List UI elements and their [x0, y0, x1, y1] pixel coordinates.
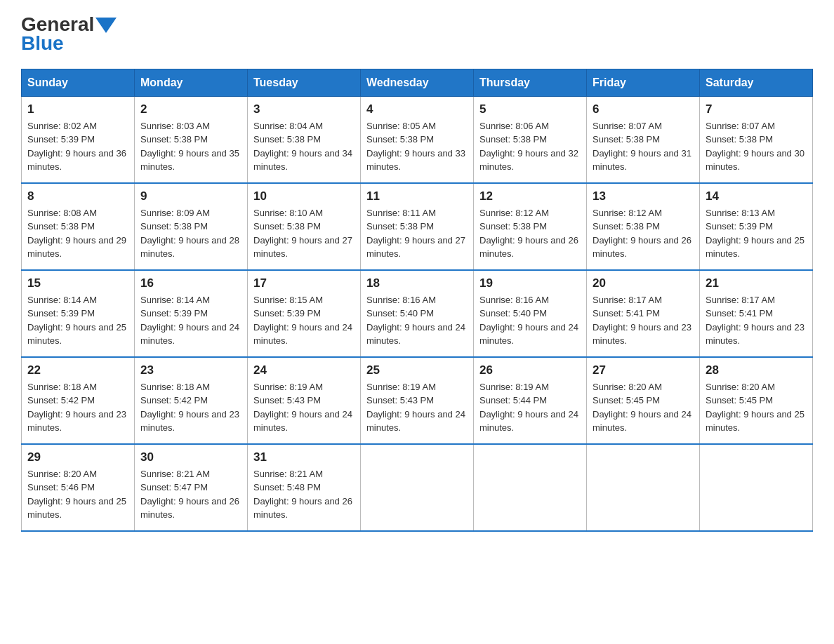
day-number: 21 [706, 276, 807, 290]
day-info: Sunrise: 8:09 AM Sunset: 5:38 PM Dayligh… [140, 206, 241, 261]
calendar-week-row: 8 Sunrise: 8:08 AM Sunset: 5:38 PM Dayli… [22, 183, 813, 270]
day-of-week-header: Thursday [474, 69, 587, 96]
day-info: Sunrise: 8:17 AM Sunset: 5:41 PM Dayligh… [706, 293, 807, 348]
day-number: 2 [140, 102, 241, 116]
calendar-day-cell: 14 Sunrise: 8:13 AM Sunset: 5:39 PM Dayl… [700, 183, 813, 270]
day-number: 18 [366, 276, 468, 290]
day-number: 27 [593, 363, 694, 377]
logo-text-block: General Blue [21, 14, 117, 55]
calendar-day-cell: 22 Sunrise: 8:18 AM Sunset: 5:42 PM Dayl… [22, 357, 135, 444]
day-number: 12 [479, 189, 581, 203]
calendar-day-cell: 15 Sunrise: 8:14 AM Sunset: 5:39 PM Dayl… [22, 270, 135, 357]
day-info: Sunrise: 8:20 AM Sunset: 5:45 PM Dayligh… [706, 380, 807, 435]
day-info: Sunrise: 8:20 AM Sunset: 5:46 PM Dayligh… [27, 467, 128, 522]
calendar-day-cell: 8 Sunrise: 8:08 AM Sunset: 5:38 PM Dayli… [22, 183, 135, 270]
day-info: Sunrise: 8:13 AM Sunset: 5:39 PM Dayligh… [706, 206, 807, 261]
day-info: Sunrise: 8:08 AM Sunset: 5:38 PM Dayligh… [27, 206, 128, 261]
day-info: Sunrise: 8:16 AM Sunset: 5:40 PM Dayligh… [479, 293, 581, 348]
day-number: 6 [593, 102, 694, 116]
calendar-day-cell: 11 Sunrise: 8:11 AM Sunset: 5:38 PM Dayl… [361, 183, 474, 270]
day-info: Sunrise: 8:11 AM Sunset: 5:38 PM Dayligh… [366, 206, 468, 261]
calendar-day-cell: 16 Sunrise: 8:14 AM Sunset: 5:39 PM Dayl… [135, 270, 248, 357]
calendar-day-cell: 21 Sunrise: 8:17 AM Sunset: 5:41 PM Dayl… [700, 270, 813, 357]
calendar-day-cell: 5 Sunrise: 8:06 AM Sunset: 5:38 PM Dayli… [474, 96, 587, 183]
calendar-day-cell: 28 Sunrise: 8:20 AM Sunset: 5:45 PM Dayl… [700, 357, 813, 444]
day-info: Sunrise: 8:10 AM Sunset: 5:38 PM Dayligh… [253, 206, 355, 261]
day-of-week-header: Saturday [700, 69, 813, 96]
day-info: Sunrise: 8:07 AM Sunset: 5:38 PM Dayligh… [706, 119, 807, 174]
calendar-body: 1 Sunrise: 8:02 AM Sunset: 5:39 PM Dayli… [22, 96, 813, 531]
calendar-day-cell: 7 Sunrise: 8:07 AM Sunset: 5:38 PM Dayli… [700, 96, 813, 183]
calendar-day-cell: 4 Sunrise: 8:05 AM Sunset: 5:38 PM Dayli… [361, 96, 474, 183]
calendar-day-cell: 19 Sunrise: 8:16 AM Sunset: 5:40 PM Dayl… [474, 270, 587, 357]
day-number: 1 [27, 102, 128, 116]
calendar-day-cell [474, 444, 587, 531]
logo-blue-text: Blue [21, 33, 117, 55]
day-number: 24 [253, 363, 355, 377]
day-info: Sunrise: 8:02 AM Sunset: 5:39 PM Dayligh… [27, 119, 128, 174]
day-number: 15 [27, 276, 128, 290]
day-info: Sunrise: 8:19 AM Sunset: 5:43 PM Dayligh… [366, 380, 468, 435]
day-info: Sunrise: 8:15 AM Sunset: 5:39 PM Dayligh… [253, 293, 355, 348]
day-info: Sunrise: 8:07 AM Sunset: 5:38 PM Dayligh… [593, 119, 694, 174]
calendar-day-cell: 29 Sunrise: 8:20 AM Sunset: 5:46 PM Dayl… [22, 444, 135, 531]
calendar-day-cell: 6 Sunrise: 8:07 AM Sunset: 5:38 PM Dayli… [587, 96, 700, 183]
calendar-week-row: 15 Sunrise: 8:14 AM Sunset: 5:39 PM Dayl… [22, 270, 813, 357]
calendar-week-row: 29 Sunrise: 8:20 AM Sunset: 5:46 PM Dayl… [22, 444, 813, 531]
day-info: Sunrise: 8:03 AM Sunset: 5:38 PM Dayligh… [140, 119, 241, 174]
calendar-day-cell [361, 444, 474, 531]
calendar-week-row: 22 Sunrise: 8:18 AM Sunset: 5:42 PM Dayl… [22, 357, 813, 444]
day-number: 23 [140, 363, 241, 377]
day-info: Sunrise: 8:05 AM Sunset: 5:38 PM Dayligh… [366, 119, 468, 174]
day-info: Sunrise: 8:04 AM Sunset: 5:38 PM Dayligh… [253, 119, 355, 174]
day-number: 5 [479, 102, 581, 116]
day-number: 10 [253, 189, 355, 203]
day-info: Sunrise: 8:19 AM Sunset: 5:44 PM Dayligh… [479, 380, 581, 435]
day-info: Sunrise: 8:17 AM Sunset: 5:41 PM Dayligh… [593, 293, 694, 348]
calendar-day-cell: 17 Sunrise: 8:15 AM Sunset: 5:39 PM Dayl… [248, 270, 361, 357]
day-of-week-header: Sunday [22, 69, 135, 96]
day-number: 31 [253, 450, 355, 464]
day-info: Sunrise: 8:16 AM Sunset: 5:40 PM Dayligh… [366, 293, 468, 348]
calendar-day-cell: 20 Sunrise: 8:17 AM Sunset: 5:41 PM Dayl… [587, 270, 700, 357]
calendar-day-cell: 27 Sunrise: 8:20 AM Sunset: 5:45 PM Dayl… [587, 357, 700, 444]
day-number: 22 [27, 363, 128, 377]
day-info: Sunrise: 8:19 AM Sunset: 5:43 PM Dayligh… [253, 380, 355, 435]
calendar-day-cell: 9 Sunrise: 8:09 AM Sunset: 5:38 PM Dayli… [135, 183, 248, 270]
calendar-day-cell: 30 Sunrise: 8:21 AM Sunset: 5:47 PM Dayl… [135, 444, 248, 531]
day-info: Sunrise: 8:14 AM Sunset: 5:39 PM Dayligh… [140, 293, 241, 348]
calendar-day-cell: 1 Sunrise: 8:02 AM Sunset: 5:39 PM Dayli… [22, 96, 135, 183]
logo: General Blue [21, 14, 117, 55]
day-info: Sunrise: 8:12 AM Sunset: 5:38 PM Dayligh… [593, 206, 694, 261]
day-number: 9 [140, 189, 241, 203]
calendar-header-row: SundayMondayTuesdayWednesdayThursdayFrid… [22, 69, 813, 96]
day-number: 7 [706, 102, 807, 116]
day-number: 28 [706, 363, 807, 377]
day-info: Sunrise: 8:14 AM Sunset: 5:39 PM Dayligh… [27, 293, 128, 348]
day-number: 26 [479, 363, 581, 377]
svg-marker-0 [95, 18, 117, 33]
calendar-day-cell: 10 Sunrise: 8:10 AM Sunset: 5:38 PM Dayl… [248, 183, 361, 270]
page-header: General Blue [21, 14, 813, 55]
day-of-week-header: Friday [587, 69, 700, 96]
day-number: 11 [366, 189, 468, 203]
calendar-day-cell: 31 Sunrise: 8:21 AM Sunset: 5:48 PM Dayl… [248, 444, 361, 531]
day-number: 19 [479, 276, 581, 290]
day-number: 17 [253, 276, 355, 290]
calendar-day-cell: 26 Sunrise: 8:19 AM Sunset: 5:44 PM Dayl… [474, 357, 587, 444]
day-of-week-header: Wednesday [361, 69, 474, 96]
day-number: 16 [140, 276, 241, 290]
day-info: Sunrise: 8:06 AM Sunset: 5:38 PM Dayligh… [479, 119, 581, 174]
calendar-day-cell: 18 Sunrise: 8:16 AM Sunset: 5:40 PM Dayl… [361, 270, 474, 357]
day-number: 14 [706, 189, 807, 203]
day-info: Sunrise: 8:12 AM Sunset: 5:38 PM Dayligh… [479, 206, 581, 261]
day-number: 13 [593, 189, 694, 203]
day-info: Sunrise: 8:21 AM Sunset: 5:47 PM Dayligh… [140, 467, 241, 522]
calendar-day-cell [587, 444, 700, 531]
calendar-day-cell: 23 Sunrise: 8:18 AM Sunset: 5:42 PM Dayl… [135, 357, 248, 444]
day-number: 3 [253, 102, 355, 116]
day-info: Sunrise: 8:18 AM Sunset: 5:42 PM Dayligh… [27, 380, 128, 435]
calendar-day-cell: 12 Sunrise: 8:12 AM Sunset: 5:38 PM Dayl… [474, 183, 587, 270]
day-number: 25 [366, 363, 468, 377]
calendar-table: SundayMondayTuesdayWednesdayThursdayFrid… [21, 69, 813, 532]
